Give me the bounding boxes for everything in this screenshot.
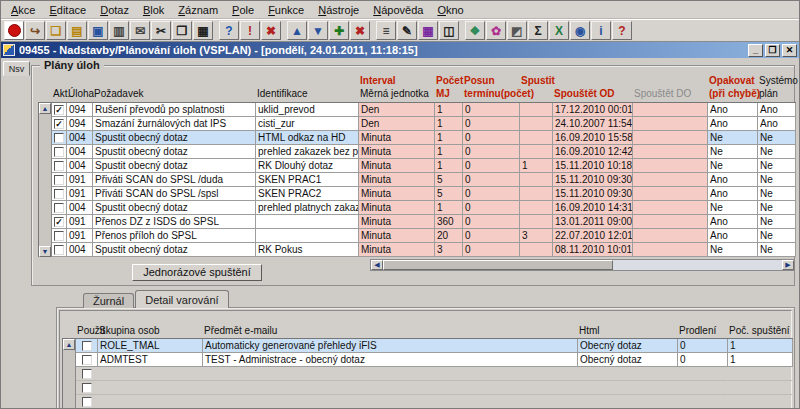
- cell-prodleni[interactable]: 0: [678, 339, 728, 353]
- cell-pocet[interactable]: [728, 367, 793, 381]
- cell-uloha[interactable]: 091: [67, 173, 93, 187]
- brand-logo-icon[interactable]: [4, 21, 24, 40]
- cell-system[interactable]: Ano: [758, 103, 796, 117]
- akt-checkbox[interactable]: [54, 133, 64, 143]
- table-row[interactable]: 091Přiváti SCAN do SPSL /spslSKEN PRAC2M…: [52, 187, 796, 201]
- copy-icon[interactable]: ❐: [172, 21, 192, 40]
- minimize-button[interactable]: _: [748, 44, 763, 57]
- tab-detail-varovani[interactable]: Detail varování: [135, 290, 228, 308]
- cell-spustit[interactable]: [520, 103, 553, 117]
- cell-prodleni[interactable]: [678, 367, 728, 381]
- cell-html[interactable]: [578, 381, 678, 395]
- cell-do[interactable]: [633, 117, 708, 131]
- cell-identifikace[interactable]: cisti_zur: [256, 117, 359, 131]
- cell-spustit[interactable]: 3: [520, 229, 553, 243]
- table-row[interactable]: ✓094Rušení převodů po splatnostiuklid_pr…: [52, 103, 796, 117]
- info-icon[interactable]: i: [591, 21, 611, 40]
- cell-mj[interactable]: Minuta: [359, 159, 435, 173]
- excel-export-icon[interactable]: X: [549, 21, 569, 40]
- pouzit-cell[interactable]: [76, 353, 98, 367]
- akt-cell[interactable]: [52, 159, 67, 173]
- cell-od[interactable]: 13.01.2011 09:00: [553, 215, 633, 229]
- cell-opakovat[interactable]: Ano: [708, 229, 758, 243]
- cell-pozadavek[interactable]: Rušení převodů po splatnosti: [93, 103, 256, 117]
- cell-spustit[interactable]: [520, 215, 553, 229]
- akt-cell[interactable]: [52, 173, 67, 187]
- scroll-left-icon[interactable]: ◀: [371, 260, 383, 270]
- cell-identifikace[interactable]: [256, 215, 359, 229]
- cell-od[interactable]: 16.09.2010 14:31: [553, 201, 633, 215]
- cell-od[interactable]: 08.11.2010 10:01: [553, 243, 633, 257]
- cancel-query-icon[interactable]: ✖: [261, 21, 281, 40]
- table-row[interactable]: 091Přiváti SCAN do SPSL /dudaSKEN PRAC1M…: [52, 173, 796, 187]
- cell-uloha[interactable]: 004: [67, 159, 93, 173]
- plans-record-scrollbar[interactable]: ▲ ▼: [39, 103, 52, 257]
- cell-spustit[interactable]: [520, 173, 553, 187]
- mail-icon[interactable]: ✉: [130, 21, 150, 40]
- cell-posun[interactable]: 0: [463, 173, 520, 187]
- cell-do[interactable]: [633, 159, 708, 173]
- cell-spustit[interactable]: [520, 145, 553, 159]
- cell-opakovat[interactable]: Ne: [708, 131, 758, 145]
- cell-uloha[interactable]: 004: [67, 201, 93, 215]
- cell-od[interactable]: 17.12.2010 00:01: [553, 103, 633, 117]
- cell-pocet[interactable]: 1: [435, 201, 463, 215]
- akt-checkbox[interactable]: ✓: [54, 217, 64, 227]
- cell-pocet[interactable]: 1: [435, 117, 463, 131]
- cell-posun[interactable]: 0: [463, 131, 520, 145]
- menu-item-dotaz[interactable]: Dotaz: [93, 2, 136, 18]
- cell-pocet[interactable]: 5: [435, 173, 463, 187]
- cell-prodleni[interactable]: [678, 381, 728, 395]
- cell-od[interactable]: 16.09.2010 12:42: [553, 145, 633, 159]
- cell-skupina[interactable]: ROLE_TMAL: [98, 339, 203, 353]
- table-row[interactable]: [76, 381, 793, 395]
- next-record-icon[interactable]: ▼: [308, 21, 328, 40]
- cell-do[interactable]: [633, 229, 708, 243]
- cell-posun[interactable]: 0: [463, 243, 520, 257]
- akt-cell[interactable]: [52, 131, 67, 145]
- table-row[interactable]: [76, 395, 793, 409]
- akt-cell[interactable]: [52, 201, 67, 215]
- scroll-down-icon[interactable]: ▼: [39, 246, 51, 257]
- akt-checkbox[interactable]: [54, 147, 64, 157]
- cell-mj[interactable]: Den: [359, 103, 435, 117]
- cell-html[interactable]: [578, 395, 678, 409]
- cell-identifikace[interactable]: HTML odkaz na HD: [256, 131, 359, 145]
- scroll-right-icon[interactable]: ▶: [782, 260, 794, 270]
- cell-opakovat[interactable]: Ano: [708, 103, 758, 117]
- cell-uloha[interactable]: 004: [67, 145, 93, 159]
- pouzit-cell[interactable]: [76, 367, 98, 381]
- cell-posun[interactable]: 0: [463, 187, 520, 201]
- exit-icon[interactable]: ↪: [25, 21, 45, 40]
- cell-opakovat[interactable]: Ano: [708, 117, 758, 131]
- akt-cell[interactable]: [52, 187, 67, 201]
- cell-uloha[interactable]: 091: [67, 229, 93, 243]
- cell-posun[interactable]: 0: [463, 215, 520, 229]
- one-time-run-button[interactable]: Jednorázové spuštění: [132, 264, 262, 281]
- pouzit-checkbox[interactable]: [82, 397, 92, 407]
- cell-uloha[interactable]: 094: [67, 117, 93, 131]
- calendar-icon[interactable]: ▦: [418, 21, 438, 40]
- cell-uloha[interactable]: 091: [67, 215, 93, 229]
- cell-spustit[interactable]: [520, 243, 553, 257]
- cell-mj[interactable]: Den: [359, 117, 435, 131]
- pouzit-checkbox[interactable]: [82, 383, 92, 393]
- cell-do[interactable]: [633, 187, 708, 201]
- cell-mj[interactable]: Minuta: [359, 145, 435, 159]
- tab-nsv[interactable]: Nsv: [3, 61, 30, 76]
- scrollbar-thumb[interactable]: [383, 260, 613, 270]
- cell-spustit[interactable]: [520, 117, 553, 131]
- cell-posun[interactable]: 0: [463, 159, 520, 173]
- cell-od[interactable]: 15.11.2010 09:30: [553, 173, 633, 187]
- help-icon[interactable]: ?: [612, 21, 632, 40]
- table-row[interactable]: 004Spustit obecný dotazRK Dlouhý dotazMi…: [52, 159, 796, 173]
- insert-record-icon[interactable]: ✚: [329, 21, 349, 40]
- prev-record-icon[interactable]: ▲: [287, 21, 307, 40]
- calculator-icon[interactable]: ◫: [439, 21, 459, 40]
- menu-item-editace[interactable]: Editace: [42, 2, 93, 18]
- menu-item-nastroje[interactable]: Nástroje: [311, 2, 366, 18]
- cell-od[interactable]: 15.11.2010 09:30: [553, 187, 633, 201]
- cell-predmet[interactable]: [203, 367, 578, 381]
- cell-opakovat[interactable]: Ne: [708, 159, 758, 173]
- cell-pocet[interactable]: 360: [435, 215, 463, 229]
